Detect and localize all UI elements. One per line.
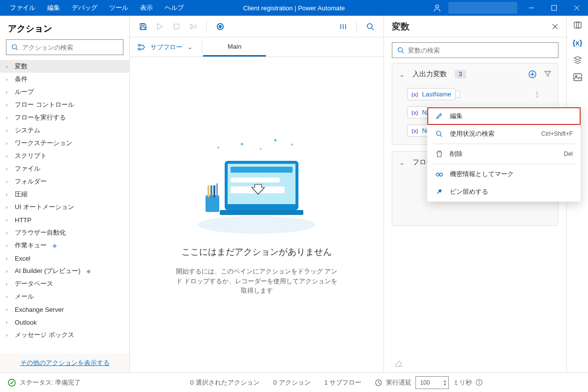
action-category[interactable]: ›データベース — [0, 277, 129, 290]
chevron-right-icon: › — [6, 90, 11, 95]
designer-canvas[interactable]: ここにはまだアクションがありません 開始するには、このペインにアクションをドラッ… — [130, 57, 383, 372]
action-category[interactable]: ›HTTP — [0, 213, 129, 226]
rail-icon-copilot[interactable] — [573, 21, 582, 30]
action-category[interactable]: ›Exchange Server — [0, 303, 129, 316]
menu-edit[interactable]: 編集 — [41, 0, 66, 15]
user-info[interactable] — [448, 2, 517, 14]
svg-point-0 — [436, 5, 439, 8]
run-button[interactable] — [152, 19, 167, 34]
delay-spinner[interactable]: 100 ▲▼ — [415, 376, 449, 389]
action-category[interactable]: ›ワークステーション — [0, 137, 129, 150]
actions-search-input[interactable] — [22, 44, 118, 51]
svg-point-31 — [291, 144, 293, 146]
action-category[interactable]: ›変数 — [0, 60, 129, 73]
variables-panel-title: 変数 — [392, 21, 410, 32]
menu-debug[interactable]: デバッグ — [66, 0, 103, 15]
show-more-actions[interactable]: その他のアクションを表示する — [0, 354, 129, 372]
actions-panel: アクション ›変数›条件›ループ›フロー コントロール›フローを実行する›システ… — [0, 16, 130, 372]
action-category[interactable]: ›フローを実行する — [0, 111, 129, 124]
subflow-dropdown[interactable]: サブフロー ⌄ — [130, 37, 201, 57]
action-category[interactable]: ›AI Builder (プレビュー)◆ — [0, 265, 129, 277]
action-category[interactable]: ›ループ — [0, 86, 129, 98]
close-button[interactable] — [565, 0, 588, 16]
menu-help[interactable]: ヘルプ — [159, 0, 190, 15]
close-icon[interactable] — [552, 23, 559, 30]
svg-rect-40 — [574, 22, 581, 28]
toolbar-search-button[interactable] — [363, 19, 378, 34]
svg-point-44 — [437, 131, 441, 136]
action-category[interactable]: ›フォルダー — [0, 175, 129, 188]
record-button[interactable] — [213, 19, 228, 34]
rail-icon-layers[interactable] — [573, 56, 582, 64]
svg-point-5 — [12, 45, 17, 49]
info-icon[interactable] — [476, 379, 482, 386]
variable-more-button[interactable]: ⋮ — [531, 90, 543, 99]
filter-icon[interactable] — [544, 70, 551, 78]
action-category[interactable]: ›スクリプト — [0, 150, 129, 162]
user-icon[interactable] — [426, 0, 448, 16]
ctx-edit[interactable]: 編集 — [427, 107, 581, 125]
variable-chip-lastname[interactable]: (x) LastName — [407, 88, 456, 100]
variable-type-icon: (x) — [412, 128, 418, 134]
svg-line-6 — [16, 49, 18, 51]
ctx-pin[interactable]: ピン留めする — [427, 183, 581, 201]
chevron-right-icon: › — [6, 128, 11, 133]
chevron-right-icon: › — [6, 230, 11, 236]
menu-view[interactable]: 表示 — [134, 0, 159, 15]
tab-main[interactable]: Main — [203, 37, 266, 57]
ctx-find-usages[interactable]: 使用状況の検索 Ctrl+Shift+F — [427, 125, 581, 143]
chevron-right-icon: › — [6, 153, 11, 159]
svg-rect-2 — [552, 5, 557, 10]
action-category[interactable]: ›フロー コントロール — [0, 98, 129, 111]
ctx-mark-sensitive[interactable]: 機密情報としてマーク — [427, 165, 581, 183]
rail-icon-images[interactable] — [573, 73, 582, 81]
action-category[interactable]: ›メール — [0, 290, 129, 303]
search-icon — [11, 44, 18, 51]
action-category[interactable]: ›システム — [0, 124, 129, 137]
action-category[interactable]: ›Outlook — [0, 316, 129, 329]
action-category[interactable]: ›条件 — [0, 73, 129, 86]
chevron-right-icon: › — [6, 243, 11, 248]
save-button[interactable] — [136, 19, 150, 34]
chevron-right-icon: › — [6, 166, 11, 172]
svg-rect-8 — [141, 27, 145, 30]
designer-area: サブフロー ⌄ Main — [130, 16, 384, 372]
action-category[interactable]: ›UI オートメーション — [0, 201, 129, 213]
svg-rect-42 — [574, 74, 582, 81]
delay-unit: ミリ秒 — [453, 378, 472, 387]
variable-type-icon: (x) — [412, 110, 418, 116]
rail-icon-variables[interactable]: {x} — [572, 38, 582, 47]
variable-type-icon: (x) — [412, 91, 418, 97]
menu-tools[interactable]: ツール — [103, 0, 134, 15]
stop-button[interactable] — [169, 19, 184, 34]
add-variable-button[interactable] — [529, 70, 536, 78]
maximize-button[interactable] — [543, 0, 565, 16]
action-category[interactable]: ›作業キュー◆ — [0, 239, 129, 252]
delay-label: 実行遅延 — [386, 378, 412, 387]
svg-rect-26 — [207, 185, 209, 197]
svg-point-17 — [138, 48, 140, 50]
minimize-button[interactable] — [520, 0, 543, 16]
chevron-down-icon: ⌄ — [187, 43, 193, 51]
svg-rect-41 — [577, 22, 579, 28]
chevron-right-icon: › — [6, 269, 11, 274]
action-category[interactable]: ›圧縮 — [0, 188, 129, 201]
variables-search-input[interactable] — [408, 47, 553, 54]
columns-icon[interactable] — [336, 19, 351, 34]
menu-file[interactable]: ファイル — [4, 0, 41, 15]
status-subflows-count: 1 サブフロー — [324, 378, 362, 387]
actions-search[interactable] — [6, 39, 123, 55]
action-category[interactable]: ›Excel — [0, 252, 129, 265]
chevron-down-icon[interactable]: ⌄ — [399, 159, 405, 166]
ctx-delete[interactable]: 削除 Del — [427, 145, 581, 163]
eraser-icon[interactable] — [384, 355, 566, 372]
variables-search[interactable] — [392, 42, 559, 58]
action-category[interactable]: ›メッセージ ボックス — [0, 329, 129, 341]
variable-context-menu: 編集 使用状況の検索 Ctrl+Shift+F 削除 Del 機密情報としてマー… — [427, 106, 581, 202]
status-ok-icon — [8, 379, 16, 387]
step-button[interactable] — [186, 19, 201, 34]
edit-icon — [435, 113, 443, 120]
chevron-down-icon[interactable]: ⌄ — [399, 71, 405, 78]
action-category[interactable]: ›ブラウザー自動化 — [0, 226, 129, 239]
action-category[interactable]: ›ファイル — [0, 162, 129, 175]
